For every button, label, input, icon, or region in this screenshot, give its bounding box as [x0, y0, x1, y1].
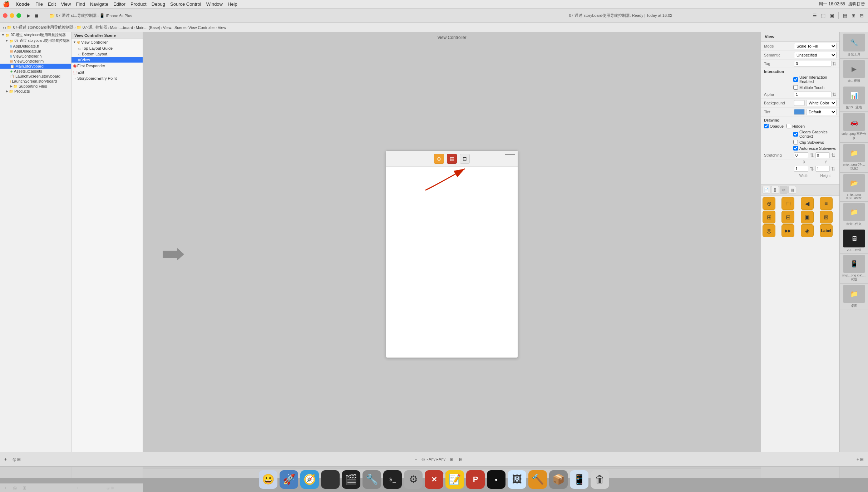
thumbnail-desktop[interactable]: 📁 桌面 — [840, 284, 868, 310]
stretching-y-stepper[interactable]: ⇅ — [831, 152, 835, 158]
toolbar-device[interactable]: 📱 iPhone 6s Plus — [99, 13, 132, 18]
thumbnail-ksi[interactable]: 📂 snip...png KSI...aster — [840, 173, 868, 202]
library-tab-objects[interactable]: ⊕ — [780, 186, 788, 194]
menu-input-method[interactable]: 搜狗拼音 — [848, 1, 865, 7]
dock-notes[interactable]: 📝 — [445, 470, 464, 478]
opaque-checkbox[interactable] — [764, 124, 769, 128]
scene-item-exit[interactable]: ⬚ Exit — [71, 69, 143, 75]
dock-mindmap[interactable]: ✕ — [425, 470, 443, 478]
tint-color-swatch[interactable] — [794, 109, 805, 115]
menu-help[interactable]: Help — [228, 1, 237, 7]
dock-launchpad[interactable]: 🚀 — [280, 470, 298, 478]
file-item-viewcontrollerh[interactable]: h ViewController.h — [0, 54, 71, 59]
dock-pdf[interactable]: P — [466, 470, 485, 478]
stretching-x-stepper[interactable]: ⇅ — [810, 152, 814, 158]
file-item-mainstoryboard[interactable]: 📋 Main.storyboard — [0, 64, 71, 69]
stretching-w-stepper[interactable]: ⇅ — [810, 166, 814, 172]
run-button[interactable]: ▶ — [25, 12, 32, 19]
scene-item-entry-point[interactable]: → Storyboard Entry Point — [71, 75, 143, 81]
dock-tools[interactable]: 🔧 — [363, 470, 381, 478]
file-item-products[interactable]: ▶ 📁 Products — [0, 89, 71, 94]
prop-alpha-stepper[interactable]: ⇅ — [832, 92, 837, 97]
scene-item-bottom-layout[interactable]: ▭ Bottom Layout... — [71, 51, 143, 57]
menu-navigate[interactable]: Navigate — [90, 1, 108, 7]
canvas-fit-btn[interactable]: ⊟ — [458, 456, 464, 463]
bg-color-swatch[interactable] — [794, 100, 805, 106]
thumbnail-zjl[interactable]: 🖥 ZJL...etail — [840, 228, 868, 254]
dock-video[interactable]: 🎬 — [342, 470, 360, 478]
file-item-launchscreen[interactable]: 📋 LaunchScreen.storyboard — [0, 74, 71, 79]
lib-btn-label[interactable]: Label — [820, 224, 833, 237]
layout-btn[interactable]: ◎ ⊞ — [11, 456, 22, 463]
prop-alpha-input[interactable] — [794, 92, 832, 97]
canvas-add-btn[interactable]: + — [413, 456, 419, 463]
menu-edit[interactable]: Edit — [48, 1, 56, 7]
thumbnail-video[interactable]: ▶ 未...视频 — [840, 59, 868, 85]
minimize-button[interactable] — [10, 13, 14, 18]
scene-item-first-responder[interactable]: ◉ First Responder — [71, 63, 143, 69]
lib-btn-11[interactable]: ◈ — [801, 224, 814, 237]
prop-tag-stepper[interactable]: ⇅ — [832, 61, 837, 67]
stretching-h[interactable] — [815, 166, 830, 172]
prop-tint-select[interactable]: Default — [806, 109, 837, 115]
storyboard-canvas[interactable]: ▬▬▬ ⊕ ▤ ⊟ — [143, 40, 761, 468]
menu-find[interactable]: Find — [76, 1, 85, 7]
lib-btn-3[interactable]: ◀ — [801, 197, 814, 210]
file-item-assets[interactable]: ◈ Assets.xcassets — [0, 69, 71, 74]
nav-back[interactable]: ‹ — [3, 25, 4, 30]
menu-file[interactable]: File — [35, 1, 43, 7]
user-interaction-checkbox[interactable] — [793, 77, 798, 82]
autoresize-checkbox[interactable] — [793, 146, 798, 151]
nav-forward[interactable]: › — [5, 25, 6, 30]
prop-tag-input[interactable] — [794, 61, 832, 67]
menu-view[interactable]: View — [61, 1, 71, 7]
menu-window[interactable]: Window — [206, 1, 223, 7]
stop-button[interactable]: ◼ — [33, 12, 40, 19]
lib-btn-2[interactable]: ⬚ — [781, 197, 794, 210]
debug-toggle[interactable]: ⬚ — [820, 12, 827, 19]
dock-finder[interactable]: 😀 — [259, 470, 277, 478]
file-item-appdelegateh[interactable]: h AppDelegate.h — [0, 44, 71, 49]
scene-item-top-layout[interactable]: ▭ Top Layout Guide — [71, 45, 143, 51]
thumbnail-ios[interactable]: 📱 snip...png ios1...试题 — [840, 254, 868, 284]
menu-debug[interactable]: Debug — [152, 1, 165, 7]
app-name[interactable]: Xcode — [16, 1, 30, 7]
dock-xcode[interactable]: 🔨 — [528, 470, 547, 478]
clip-subviews-checkbox[interactable] — [793, 140, 798, 144]
menu-editor[interactable]: Editor — [113, 1, 125, 7]
stretching-x[interactable] — [794, 152, 808, 158]
prop-mode-select[interactable]: Scale To Fill — [794, 43, 837, 49]
standard-editor[interactable]: ▤ — [842, 12, 849, 19]
library-tab-files[interactable]: 📄 — [763, 186, 770, 194]
lib-btn-4[interactable]: ≡ — [820, 197, 833, 210]
dock-terminal[interactable]: $_ — [383, 470, 402, 478]
version-editor[interactable]: ⊟ — [858, 12, 865, 19]
add-scene-btn[interactable]: + — [3, 456, 8, 463]
hidden-checkbox[interactable] — [786, 124, 791, 128]
menu-source-control[interactable]: Source Control — [170, 1, 201, 7]
prop-bg-select[interactable]: White Color — [806, 100, 837, 106]
inspector-toggle[interactable]: ▣ — [828, 12, 835, 19]
thumbnail-opt[interactable]: 📁 snip...png 07-...(优化) — [840, 143, 868, 173]
breadcrumb-base[interactable]: Main....(Base) — [136, 25, 160, 30]
thumbnail-devtools[interactable]: 🔧 开发工具 — [840, 32, 868, 59]
breadcrumb-main-board[interactable]: Main....board — [110, 25, 133, 30]
breadcrumb-group[interactable]: 📁 07-通...控制器 — [77, 25, 107, 30]
dock-mouse[interactable]: 🖱 — [321, 470, 340, 478]
lib-btn-7[interactable]: ▣ — [801, 211, 814, 223]
lib-btn-5[interactable]: ⊞ — [763, 211, 775, 223]
dock-syspref[interactable]: ⚙ — [404, 470, 423, 478]
file-item-appdelegatem[interactable]: m AppDelegate.m — [0, 49, 71, 54]
breadcrumb-view[interactable]: View — [218, 25, 226, 30]
stretching-h-stepper[interactable]: ⇅ — [831, 166, 835, 172]
scene-item-view[interactable]: ⊞ View — [71, 57, 143, 63]
file-item-root1[interactable]: ▼ 📁 07-通过 storyboard使用导航控制器 — [0, 32, 71, 38]
lib-btn-1[interactable]: ⊕ — [763, 197, 775, 210]
scene-item-vc[interactable]: ▼ ⊕ View Controller — [71, 39, 143, 45]
lib-btn-8[interactable]: ⊠ — [820, 211, 833, 223]
assistant-editor[interactable]: ⊞ — [850, 12, 857, 19]
lib-btn-10[interactable]: ▶▶ — [781, 224, 794, 237]
canvas-zoom-btn[interactable]: ⊞ — [448, 456, 455, 463]
file-item-supporting[interactable]: ▶ 📁 Supporting Files — [0, 84, 71, 89]
stretching-y[interactable] — [815, 152, 830, 158]
